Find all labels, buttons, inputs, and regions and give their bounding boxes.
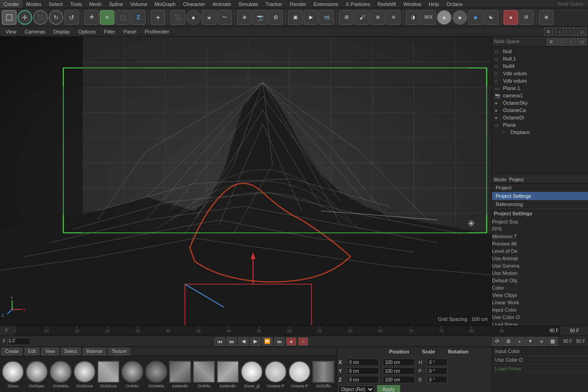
mat-item-4[interactable]: OctGloss: [97, 361, 119, 388]
select-all-btn[interactable]: ✕: [100, 10, 114, 25]
scale-tool-btn[interactable]: ⬛: [33, 10, 48, 25]
menu-tools[interactable]: Tools: [67, 0, 86, 8]
mat-item-1[interactable]: OctSpec: [26, 361, 48, 388]
light-btn[interactable]: ☀: [237, 10, 252, 25]
tree-item-5[interactable]: ▭ Plane.1: [493, 84, 587, 92]
render-play-btn[interactable]: ▶: [304, 10, 318, 25]
load-preset-label[interactable]: Load Prese: [492, 364, 588, 373]
paint-btn[interactable]: 🖌: [355, 10, 369, 25]
menu-character[interactable]: Character: [179, 0, 209, 8]
go-start-btn[interactable]: ⏮: [215, 337, 225, 346]
tree-item-11[interactable]: ~ Displace: [493, 129, 587, 136]
rotate-tool-btn[interactable]: ↻: [49, 10, 63, 25]
tree-item-2[interactable]: ◇ Null4: [493, 62, 587, 70]
wire-btn[interactable]: ⊞: [339, 10, 354, 25]
sphere-display-btn[interactable]: ●: [437, 10, 452, 25]
props-project-tab[interactable]: Project: [509, 177, 524, 182]
tab-project-settings[interactable]: Project Settings: [492, 192, 588, 200]
tree-item-7[interactable]: ● OctaneSky: [493, 99, 587, 106]
apply-btn[interactable]: Apply: [377, 385, 400, 392]
menu-help[interactable]: Help: [425, 0, 443, 8]
menu-window[interactable]: Window: [400, 0, 425, 8]
play-forward-btn[interactable]: ⏩: [262, 337, 272, 346]
3d-viewport[interactable]: Perspective OctaneCamera.1: [0, 37, 492, 325]
menu-spline[interactable]: Spline: [105, 0, 127, 8]
render-view-btn[interactable]: ▣: [288, 10, 303, 25]
render-camera-btn[interactable]: 📹: [319, 10, 334, 25]
mat-item-0[interactable]: Gloss: [2, 361, 24, 388]
mat-item-12[interactable]: Octane P: [288, 361, 311, 388]
mat-item-5[interactable]: OctMix: [121, 361, 143, 388]
stb-filter[interactable]: Filter: [100, 27, 119, 36]
pos-input-Z[interactable]: [347, 376, 379, 383]
panel-btn[interactable]: ▦: [548, 337, 558, 346]
tab-project[interactable]: Project: [492, 184, 588, 192]
mat-item-2[interactable]: OctMeta: [50, 361, 72, 388]
menu-modes[interactable]: Modes: [23, 0, 45, 8]
mat-item-9[interactable]: Icelandic: [217, 361, 239, 388]
mat-item-8[interactable]: OctMix: [193, 361, 215, 388]
material-display-btn[interactable]: MIX: [421, 10, 436, 25]
viewport-icon3[interactable]: ↑: [566, 28, 575, 36]
scale-input-Z[interactable]: [383, 376, 415, 383]
stb-view[interactable]: View: [2, 27, 20, 36]
scene-filter-btn[interactable]: ⊞: [547, 38, 556, 45]
extra-btn[interactable]: ≡: [537, 337, 547, 346]
play-back-btn[interactable]: ◀: [238, 337, 249, 346]
timeline-track[interactable]: 51015202530354045505560657075808590 F: [14, 326, 560, 336]
camera-btn[interactable]: 📷: [253, 10, 267, 25]
mat-item-13[interactable]: OctDiffu: [312, 361, 334, 388]
viewport-icon2[interactable]: ↓: [555, 28, 564, 36]
texture-btn[interactable]: ■: [468, 10, 483, 25]
record-btn[interactable]: ⚙: [519, 10, 534, 25]
record-key-btn[interactable]: ●: [286, 337, 296, 346]
render-region-btn[interactable]: ●: [503, 10, 518, 25]
tab-referencing[interactable]: Referencing: [492, 200, 588, 208]
scene-search-btn[interactable]: ↓: [557, 38, 566, 45]
scene-collapse-btn[interactable]: ◻: [577, 38, 586, 45]
transform-btn[interactable]: ✛: [84, 10, 99, 25]
stb-prorender[interactable]: ProRender: [141, 27, 173, 36]
tree-item-4[interactable]: □ Vdb volum: [493, 77, 587, 84]
viewport-icon1[interactable]: ⊞: [544, 28, 553, 36]
flat-display-btn[interactable]: ●: [452, 10, 467, 25]
cube-btn[interactable]: ⬛: [170, 10, 185, 25]
move-tool-btn[interactable]: ✛: [17, 10, 32, 25]
loop-btn[interactable]: ⟳: [492, 337, 503, 346]
select-rect-btn[interactable]: ⬚: [115, 10, 130, 25]
auto-key-btn[interactable]: ○: [298, 337, 308, 346]
pos-input-X[interactable]: [347, 358, 379, 366]
quick-btn[interactable]: ☯: [484, 10, 498, 25]
motion-btn[interactable]: +: [514, 337, 525, 346]
fps-btn[interactable]: ⊞: [503, 337, 514, 346]
play-btn[interactable]: ▶: [250, 337, 260, 346]
coord-mode-select[interactable]: Object (Rel) Object (Abs) World: [339, 386, 374, 392]
mode-object-btn[interactable]: [2, 10, 17, 25]
cylinder-btn[interactable]: ⬙: [202, 10, 216, 25]
stb-display[interactable]: Display: [50, 27, 74, 36]
refresh-btn[interactable]: ↺: [64, 10, 79, 25]
scene-expand-btn[interactable]: ↑: [567, 38, 576, 45]
tree-item-6[interactable]: 📷 camera1: [493, 92, 587, 99]
menu-extensions[interactable]: Extensions: [310, 0, 342, 8]
display-btn[interactable]: ◑: [406, 10, 420, 25]
sun-btn[interactable]: ☀: [539, 10, 554, 25]
scale-input-Y[interactable]: [383, 367, 415, 375]
rot-input-Z[interactable]: [427, 376, 447, 383]
mat-create-btn[interactable]: Create: [2, 348, 22, 355]
current-frame-input[interactable]: [7, 338, 30, 345]
rot-input-Y[interactable]: [427, 367, 447, 375]
mat-view-btn[interactable]: View: [42, 348, 58, 355]
menu-select[interactable]: Select: [45, 0, 67, 8]
rot-input-X[interactable]: [427, 358, 447, 366]
keyframe-btn[interactable]: ✦: [526, 337, 536, 346]
mat-item-10[interactable]: Snow_gl: [241, 361, 263, 388]
stb-options[interactable]: Options: [74, 27, 99, 36]
sculpt-btn[interactable]: ⊕: [370, 10, 385, 25]
mat-texture-btn[interactable]: Texture: [108, 348, 130, 355]
menu-mesh[interactable]: Mesh: [85, 0, 105, 8]
stb-cameras[interactable]: Cameras: [21, 27, 49, 36]
tree-item-0[interactable]: ◇ Null: [493, 48, 587, 55]
pos-input-Y[interactable]: [347, 367, 379, 375]
mat-edit-btn[interactable]: Edit: [25, 348, 39, 355]
